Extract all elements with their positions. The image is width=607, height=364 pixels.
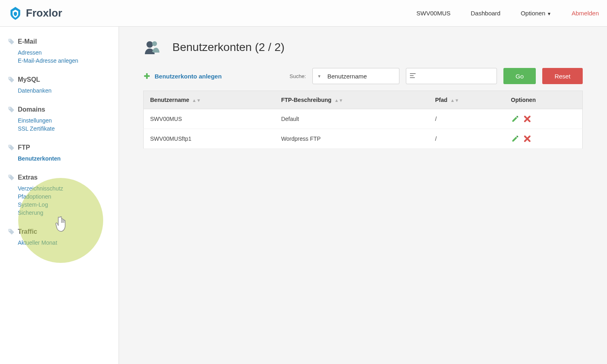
col-description[interactable]: FTP-Beschreibung ▲▼ bbox=[275, 91, 429, 109]
sidebar-group: DomainsEinstellungenSSL Zertifikate bbox=[8, 106, 110, 132]
page-title: Benutzerkonten (2 / 2) bbox=[172, 41, 284, 54]
delete-icon[interactable] bbox=[523, 115, 531, 123]
sidebar-links: Aktueller Monat bbox=[8, 239, 110, 246]
sidebar-heading: E-Mail bbox=[8, 38, 110, 45]
row-actions bbox=[511, 135, 576, 143]
svg-point-5 bbox=[9, 230, 11, 231]
sidebar-link[interactable]: Adressen bbox=[18, 49, 42, 56]
svg-rect-9 bbox=[144, 75, 150, 77]
froxlor-logo-icon bbox=[8, 6, 23, 21]
sidebar-link[interactable]: Datenbanken bbox=[18, 87, 51, 94]
tag-icon bbox=[8, 229, 15, 235]
sidebar-link[interactable]: Verzeichnisschutz bbox=[18, 185, 63, 192]
sidebar-links: Benutzerkonten bbox=[8, 155, 110, 162]
logo[interactable]: Froxlor bbox=[8, 6, 62, 21]
edit-icon[interactable] bbox=[511, 135, 519, 143]
cell-options bbox=[505, 129, 583, 149]
sidebar-link[interactable]: Benutzerkonten bbox=[18, 155, 61, 162]
sidebar-link[interactable]: System-Log bbox=[18, 201, 48, 208]
svg-point-3 bbox=[9, 146, 11, 147]
tag-icon bbox=[8, 144, 15, 151]
cell-description: Wordpress FTP bbox=[275, 129, 429, 149]
cell-username: SWV00MUSftp1 bbox=[144, 129, 275, 149]
col-username[interactable]: Benutzername ▲▼ bbox=[144, 91, 275, 109]
sidebar-heading: Domains bbox=[8, 106, 110, 113]
cell-username: SWV00MUS bbox=[144, 109, 275, 129]
row-actions bbox=[511, 115, 576, 123]
page-header: Benutzerkonten (2 / 2) bbox=[143, 39, 583, 56]
col-path[interactable]: Pfad ▲▼ bbox=[429, 91, 504, 109]
table-header-row: Benutzername ▲▼ FTP-Beschreibung ▲▼ Pfad… bbox=[144, 91, 583, 109]
topnav-username[interactable]: SWV00MUS bbox=[416, 10, 450, 17]
svg-rect-11 bbox=[410, 75, 414, 76]
topnav: SWV00MUS Dashboard Optionen▼ Abmelden bbox=[416, 10, 599, 17]
chevron-down-icon: ▼ bbox=[317, 74, 321, 78]
sidebar-group: E-MailAdressenE-Mail-Adresse anlegen bbox=[8, 38, 110, 64]
reset-button[interactable]: Reset bbox=[542, 68, 583, 84]
tag-icon bbox=[8, 76, 15, 83]
go-button[interactable]: Go bbox=[503, 68, 536, 84]
delete-icon[interactable] bbox=[523, 135, 531, 143]
tag-icon bbox=[8, 106, 15, 113]
users-icon bbox=[143, 39, 160, 56]
sidebar-link[interactable]: Pfadoptionen bbox=[18, 193, 51, 200]
svg-point-2 bbox=[9, 108, 11, 109]
sidebar-links: EinstellungenSSL Zertifikate bbox=[8, 117, 110, 132]
svg-rect-12 bbox=[410, 77, 415, 78]
edit-icon[interactable] bbox=[511, 115, 519, 123]
sidebar: E-MailAdressenE-Mail-Adresse anlegenMySQ… bbox=[0, 27, 119, 364]
sort-icon: ▲▼ bbox=[191, 98, 201, 103]
sidebar-link[interactable]: E-Mail-Adresse anlegen bbox=[18, 57, 78, 64]
table-row: SWV00MUSftp1Wordpress FTP/ bbox=[144, 129, 583, 149]
search-label: Suche: bbox=[290, 73, 306, 79]
topbar: Froxlor SWV00MUS Dashboard Optionen▼ Abm… bbox=[0, 0, 607, 27]
cell-path: / bbox=[429, 109, 504, 129]
table-row: SWV00MUSDefault/ bbox=[144, 109, 583, 129]
svg-point-1 bbox=[9, 78, 11, 79]
sidebar-heading: Traffic bbox=[8, 228, 110, 235]
search-input-wrap bbox=[406, 68, 497, 84]
sidebar-link[interactable]: Einstellungen bbox=[18, 117, 52, 124]
cell-description: Default bbox=[275, 109, 429, 129]
topnav-options[interactable]: Optionen▼ bbox=[521, 10, 552, 17]
sidebar-heading: FTP bbox=[8, 144, 110, 151]
align-left-icon bbox=[410, 73, 416, 79]
svg-point-7 bbox=[152, 41, 157, 46]
svg-point-0 bbox=[9, 40, 11, 41]
topnav-logout[interactable]: Abmelden bbox=[571, 10, 599, 17]
main-content: Benutzerkonten (2 / 2) Benutzerkonto anl… bbox=[119, 27, 607, 364]
tag-icon bbox=[8, 174, 15, 181]
svg-point-6 bbox=[146, 41, 153, 48]
sidebar-link[interactable]: Aktueller Monat bbox=[18, 239, 57, 246]
sidebar-links: Datenbanken bbox=[8, 87, 110, 94]
chevron-down-icon: ▼ bbox=[547, 11, 552, 16]
search-field-select[interactable]: Benutzername bbox=[312, 68, 399, 84]
logo-text: Froxlor bbox=[26, 7, 62, 19]
plus-icon bbox=[143, 72, 151, 80]
col-options: Optionen bbox=[505, 91, 583, 109]
sidebar-links: AdressenE-Mail-Adresse anlegen bbox=[8, 49, 110, 64]
sort-icon: ▲▼ bbox=[333, 98, 343, 103]
sidebar-group: TrafficAktueller Monat bbox=[8, 228, 110, 246]
topnav-dashboard[interactable]: Dashboard bbox=[471, 10, 500, 17]
sidebar-link[interactable]: SSL Zertifikate bbox=[18, 125, 55, 132]
svg-point-4 bbox=[9, 176, 11, 177]
accounts-table: Benutzername ▲▼ FTP-Beschreibung ▲▼ Pfad… bbox=[143, 91, 583, 149]
search-field-select-wrap: ▼ Benutzername bbox=[312, 68, 399, 84]
cell-path: / bbox=[429, 129, 504, 149]
sidebar-link[interactable]: Sicherung bbox=[18, 210, 43, 216]
sort-icon: ▲▼ bbox=[449, 98, 459, 103]
cell-options bbox=[505, 109, 583, 129]
toolbar: Benutzerkonto anlegen Suche: ▼ Benutzern… bbox=[143, 68, 583, 84]
sidebar-group: FTPBenutzerkonten bbox=[8, 144, 110, 162]
search-input[interactable] bbox=[406, 68, 497, 84]
add-user-button[interactable]: Benutzerkonto anlegen bbox=[143, 72, 222, 80]
sidebar-heading: Extras bbox=[8, 174, 110, 181]
sidebar-group: ExtrasVerzeichnisschutzPfadoptionenSyste… bbox=[8, 174, 110, 216]
sidebar-group: MySQLDatenbanken bbox=[8, 76, 110, 94]
sidebar-heading: MySQL bbox=[8, 76, 110, 83]
sidebar-links: VerzeichnisschutzPfadoptionenSystem-LogS… bbox=[8, 185, 110, 216]
svg-rect-10 bbox=[410, 73, 416, 74]
tag-icon bbox=[8, 38, 15, 45]
